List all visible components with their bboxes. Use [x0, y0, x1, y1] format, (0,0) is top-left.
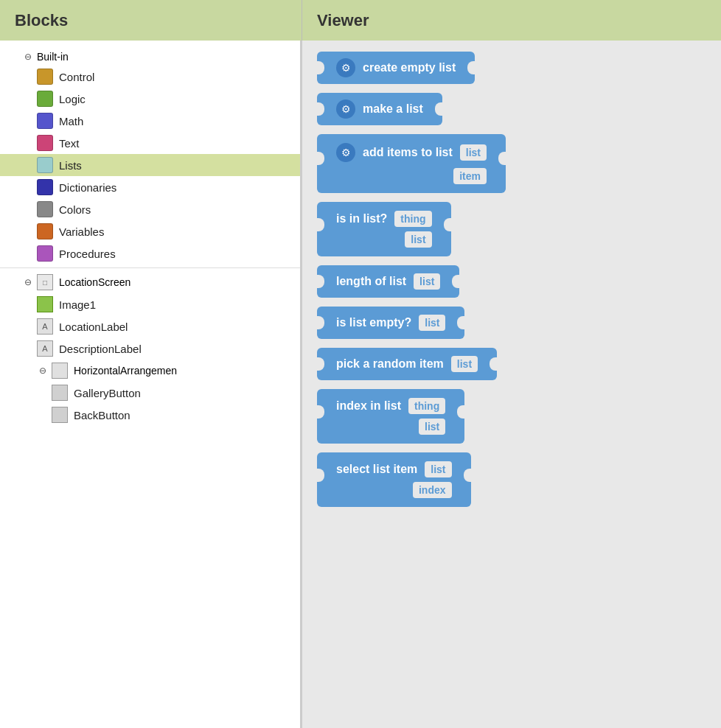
block-index-in-list[interactable]: index in list thing list	[317, 389, 706, 444]
make-a-list-text: make a list	[363, 102, 423, 116]
blocks-panel: ⊖ Built-in Control Logic Math Text	[0, 41, 302, 728]
block-is-list-empty[interactable]: is list empty? list	[317, 307, 706, 339]
label-icon: A	[37, 318, 53, 335]
image-icon	[37, 296, 53, 312]
horizontal-icon	[52, 363, 68, 379]
sidebar-item-descriptionlabel[interactable]: A DescriptionLabel	[0, 337, 300, 360]
procedures-color	[37, 245, 53, 262]
dictionaries-color	[37, 179, 53, 195]
is-in-list-slot-thing: thing	[394, 211, 431, 227]
block-add-items-to-list[interactable]: ⚙ add items to list list item	[317, 134, 706, 193]
select-list-item-text: select list item	[336, 463, 417, 476]
sidebar-item-variables[interactable]: Variables	[0, 220, 300, 242]
main-container: Blocks Viewer ⊖ Built-in Control Logic	[0, 0, 721, 728]
screen-icon: □	[37, 274, 53, 290]
variables-label: Variables	[59, 225, 104, 238]
location-screen-label: LocationScreen	[59, 276, 130, 288]
sidebar-item-colors[interactable]: Colors	[0, 198, 300, 220]
colors-color	[37, 201, 53, 217]
viewer-title: Viewer	[317, 11, 369, 30]
horizontal-arrangement-section[interactable]: ⊖ HorizontalArrangemen	[0, 360, 300, 382]
variables-color	[37, 223, 53, 239]
math-label: Math	[59, 115, 83, 127]
add-items-slot-list: list	[460, 144, 487, 161]
sidebar-item-control[interactable]: Control	[0, 66, 300, 88]
procedures-label: Procedures	[59, 248, 116, 260]
length-of-list-text: length of list	[336, 275, 406, 288]
location-screen-collapse-icon[interactable]: ⊖	[22, 276, 34, 288]
text-color	[37, 135, 53, 151]
add-items-text: add items to list	[363, 146, 453, 159]
is-in-list-slot-list: list	[405, 231, 431, 248]
select-list-item-slot-index: index	[413, 482, 452, 498]
sidebar-item-dictionaries[interactable]: Dictionaries	[0, 176, 300, 198]
length-of-list-slot: list	[414, 273, 440, 290]
is-list-empty-slot: list	[419, 315, 445, 331]
pick-random-text: pick a random item	[336, 357, 444, 371]
blocks-header: Blocks	[0, 0, 302, 41]
blocks-title: Blocks	[15, 11, 68, 30]
builtin-section[interactable]: ⊖ Built-in	[0, 48, 300, 66]
control-label: Control	[59, 71, 94, 83]
divider-1	[0, 267, 300, 268]
is-in-list-text: is in list?	[336, 212, 387, 225]
sidebar-item-backbutton[interactable]: BackButton	[0, 404, 300, 426]
block-select-list-item[interactable]: select list item list index	[317, 452, 706, 507]
content-row: ⊖ Built-in Control Logic Math Text	[0, 41, 721, 728]
block-length-of-list[interactable]: length of list list	[317, 265, 706, 298]
locationlabel-label: LocationLabel	[59, 321, 128, 333]
descriptionlabel-label: DescriptionLabel	[59, 343, 142, 355]
viewer-header: Viewer	[302, 0, 721, 41]
index-in-list-text: index in list	[336, 399, 401, 413]
dictionaries-label: Dictionaries	[59, 181, 116, 194]
block-pick-random-item[interactable]: pick a random item list	[317, 348, 706, 380]
logic-color	[37, 91, 53, 107]
block-is-in-list[interactable]: is in list? thing list	[317, 202, 706, 256]
text-label: Text	[59, 137, 80, 150]
sidebar-item-gallerybutton[interactable]: GalleryButton	[0, 382, 300, 404]
control-color	[37, 69, 53, 85]
sidebar-item-text[interactable]: Text	[0, 132, 300, 154]
sidebar-item-locationlabel[interactable]: A LocationLabel	[0, 315, 300, 337]
colors-label: Colors	[59, 203, 91, 216]
index-in-list-slot-thing: thing	[408, 398, 445, 414]
is-list-empty-text: is list empty?	[336, 316, 411, 329]
lists-color	[37, 157, 53, 173]
select-list-item-slot-list: list	[425, 461, 451, 477]
location-screen-section[interactable]: ⊖ □ LocationScreen	[0, 271, 300, 293]
button-icon	[52, 385, 68, 401]
block-make-a-list[interactable]: ⚙ make a list	[317, 93, 706, 125]
label-icon-2: A	[37, 340, 53, 357]
sidebar-item-procedures[interactable]: Procedures	[0, 242, 300, 265]
pick-random-slot: list	[451, 356, 478, 372]
index-in-list-slot-list: list	[419, 419, 445, 435]
button-icon-2	[52, 407, 68, 423]
image1-label: Image1	[59, 298, 96, 311]
sidebar-item-logic[interactable]: Logic	[0, 88, 300, 110]
sidebar-item-image1[interactable]: Image1	[0, 293, 300, 315]
gear-icon-create: ⚙	[336, 58, 355, 77]
gear-icon-add: ⚙	[336, 143, 355, 162]
create-empty-list-text: create empty list	[363, 61, 456, 74]
viewer-panel: ⚙ create empty list ⚙ make a lis	[302, 41, 721, 728]
add-items-slot-item: item	[453, 168, 487, 184]
sidebar-item-lists[interactable]: Lists	[0, 154, 300, 176]
lists-label: Lists	[59, 159, 82, 172]
builtin-collapse-icon[interactable]: ⊖	[22, 51, 34, 63]
builtin-label: Built-in	[37, 51, 69, 63]
block-create-empty-list[interactable]: ⚙ create empty list	[317, 52, 706, 84]
gallerybutton-label: GalleryButton	[74, 387, 141, 399]
header-row: Blocks Viewer	[0, 0, 721, 41]
math-color	[37, 113, 53, 129]
horizontal-collapse-icon[interactable]: ⊖	[37, 365, 49, 377]
backbutton-label: BackButton	[74, 409, 130, 421]
horizontal-label: HorizontalArrangemen	[74, 365, 177, 377]
gear-icon-make: ⚙	[336, 99, 355, 119]
logic-label: Logic	[59, 93, 86, 105]
sidebar-item-math[interactable]: Math	[0, 110, 300, 132]
